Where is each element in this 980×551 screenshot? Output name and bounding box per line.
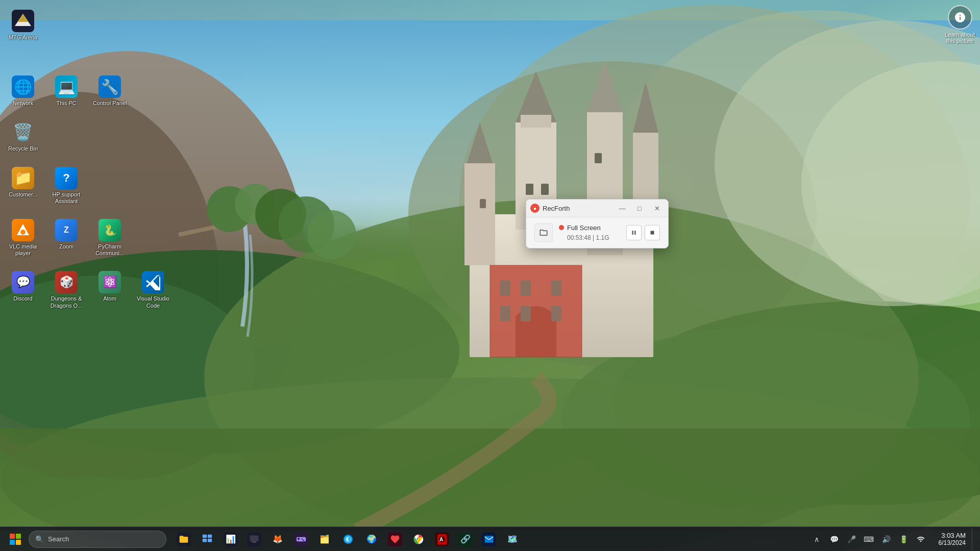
tray-keyboard-icon[interactable]: ⌨ bbox=[861, 531, 877, 547]
folder-taskbar-icon: 🗂️ bbox=[317, 532, 332, 546]
svg-rect-27 bbox=[500, 281, 510, 296]
svg-rect-50 bbox=[250, 535, 259, 541]
rec-status-area: Full Screen 00:53:48 | 1.1G bbox=[559, 224, 620, 242]
tray-network-icon[interactable] bbox=[913, 531, 929, 547]
recforth-minimize-button[interactable]: — bbox=[615, 203, 629, 214]
svg-rect-46 bbox=[203, 534, 207, 537]
taskbar-app-folder[interactable]: 🗂️ bbox=[313, 528, 336, 550]
taskbar-app-outlook[interactable] bbox=[478, 528, 500, 550]
recforth-titlebar[interactable]: ● RecForth — □ ✕ bbox=[526, 199, 668, 217]
recforth-app-icon: ● bbox=[530, 204, 540, 213]
network-icon: 🌐 bbox=[12, 76, 34, 98]
svg-point-40 bbox=[0, 378, 980, 551]
tray-battery-icon[interactable]: 🔋 bbox=[895, 531, 912, 547]
svg-marker-43 bbox=[18, 14, 28, 22]
desktop-icon-dnd[interactable]: 🎲 Dungeons & Dragons O... bbox=[46, 269, 87, 311]
taskbar-app-app1[interactable]: 📊 bbox=[219, 528, 242, 550]
thispc-icon: 💻 bbox=[55, 76, 78, 98]
desktop-icon-customer[interactable]: 📁 Customer... bbox=[3, 165, 43, 207]
desktop-icon-controlpanel[interactable]: 🔧 Control Panel bbox=[89, 73, 130, 109]
desktop-icon-recyclebin[interactable]: 🗑️ Recycle Bin bbox=[3, 119, 43, 154]
recyclebin-label: Recycle Bin bbox=[8, 145, 38, 152]
taskbar-app-chrome[interactable] bbox=[407, 528, 430, 550]
svg-rect-32 bbox=[551, 306, 561, 321]
rec-time-display: 00:53:48 | 1.1G bbox=[567, 234, 609, 241]
firefox-taskbar-icon: 🦊 bbox=[271, 532, 285, 546]
taskbar-app-firefox[interactable]: 🦊 bbox=[266, 528, 289, 550]
desktop-icon-pycharm[interactable]: 🐍 PyCharm Communi... bbox=[89, 217, 130, 259]
desktop-icon-discord[interactable]: 💬 Discord bbox=[3, 269, 43, 311]
clock-area[interactable]: 3:03 AM 6/13/2024 bbox=[930, 528, 971, 550]
tray-chevron-icon: ∧ bbox=[814, 535, 819, 543]
svg-rect-48 bbox=[203, 539, 207, 542]
tray-sound-icon[interactable]: 🔊 bbox=[878, 531, 894, 547]
recforth-body: Full Screen 00:53:48 | 1.1G bbox=[526, 217, 668, 248]
svg-rect-29 bbox=[551, 281, 561, 296]
controlpanel-icon: 🔧 bbox=[99, 76, 121, 98]
svg-rect-55 bbox=[485, 536, 494, 542]
tray-mic-icon[interactable]: 🎤 bbox=[843, 531, 860, 547]
desktop-icon-vscode[interactable]: Visual Studio Code bbox=[133, 269, 174, 311]
zoom-icon: Z bbox=[55, 219, 78, 241]
learn-about-picture-button[interactable]: Learn aboutthis picture bbox=[945, 5, 975, 44]
taskbar-search-bar[interactable]: 🔍 Search bbox=[29, 531, 166, 548]
recforth-close-button[interactable]: ✕ bbox=[650, 203, 664, 214]
taskbar-app-heart[interactable] bbox=[384, 528, 406, 550]
customer-label: Customer... bbox=[9, 191, 37, 198]
recforth-window: ● RecForth — □ ✕ Full Screen 00:53:48 | … bbox=[526, 199, 669, 248]
browser-taskbar-icon: 🌍 bbox=[364, 532, 379, 546]
network-label: Network bbox=[13, 100, 33, 107]
zoom-label: Zoom bbox=[59, 243, 74, 250]
taskbar-app-app2[interactable] bbox=[243, 528, 265, 550]
show-desktop-button[interactable] bbox=[972, 528, 976, 550]
desktop-icon-zoom[interactable]: Z Zoom bbox=[46, 217, 87, 259]
app1-taskbar-icon: 📊 bbox=[224, 532, 238, 546]
desktop-icon-vlc[interactable]: VLC media player bbox=[3, 217, 43, 259]
outlook-taskbar-icon bbox=[482, 532, 496, 546]
svg-point-45 bbox=[20, 230, 26, 235]
rec-pause-button[interactable] bbox=[626, 225, 642, 240]
recforth-title: RecForth bbox=[543, 205, 612, 212]
desktop-icon-atom[interactable]: ⚛️ Atom bbox=[89, 269, 130, 311]
taskbar-app-edge[interactable] bbox=[337, 528, 359, 550]
start-button[interactable] bbox=[4, 528, 27, 550]
rec-recording-dot bbox=[559, 225, 564, 230]
recforth-maximize-button[interactable]: □ bbox=[632, 203, 647, 214]
taskbar-app-fileexplorer[interactable] bbox=[173, 528, 195, 550]
vlc-label: VLC media player bbox=[5, 243, 41, 257]
taskbar-app-taskview[interactable] bbox=[196, 528, 218, 550]
taskbar: 🔍 Search 📊 bbox=[0, 527, 980, 551]
desktop-icon-thispc[interactable]: 💻 This PC bbox=[46, 73, 87, 109]
taskview-taskbar-icon bbox=[200, 532, 214, 546]
customer-icon: 📁 bbox=[12, 167, 34, 189]
rec-open-folder-button[interactable] bbox=[534, 223, 553, 242]
taskbar-app-game[interactable] bbox=[290, 528, 312, 550]
hp-support-icon: ? bbox=[55, 167, 78, 189]
taskbar-app-green[interactable]: 🔗 bbox=[454, 528, 477, 550]
vscode-icon bbox=[142, 271, 164, 293]
acrobat-taskbar-icon: A bbox=[435, 532, 449, 546]
taskbar-app-browser[interactable]: 🌍 bbox=[360, 528, 383, 550]
svg-point-10 bbox=[204, 199, 919, 551]
clock-time: 3:03 AM bbox=[941, 532, 966, 539]
desktop-icon-mtg-arena[interactable]: MTG Arena bbox=[3, 8, 43, 43]
discord-icon: 💬 bbox=[12, 271, 34, 293]
taskbar-search-icon: 🔍 bbox=[35, 535, 44, 543]
desktop: MTG Arena 🌐 Network 💻 This PC 🔧 Control … bbox=[0, 0, 980, 551]
svg-text:A: A bbox=[439, 537, 443, 542]
svg-point-9 bbox=[561, 327, 970, 510]
tray-show-hidden-button[interactable]: ∧ bbox=[808, 531, 825, 547]
pycharm-label: PyCharm Communi... bbox=[91, 243, 128, 257]
desktop-icon-network[interactable]: 🌐 Network bbox=[3, 73, 43, 109]
taskbar-app-maps[interactable]: 🗺️ bbox=[501, 528, 524, 550]
svg-rect-31 bbox=[521, 306, 531, 321]
tray-chat-icon[interactable]: 💬 bbox=[826, 531, 842, 547]
desktop-icon-hp-support[interactable]: ? HP support Assistant bbox=[46, 165, 87, 207]
game-taskbar-icon bbox=[294, 532, 308, 546]
app2-taskbar-icon bbox=[247, 532, 261, 546]
windows-logo bbox=[10, 534, 21, 545]
rec-controls bbox=[626, 225, 660, 240]
edge-taskbar-icon bbox=[341, 532, 355, 546]
rec-stop-button[interactable] bbox=[645, 225, 660, 240]
taskbar-app-acrobat[interactable]: A bbox=[431, 528, 453, 550]
